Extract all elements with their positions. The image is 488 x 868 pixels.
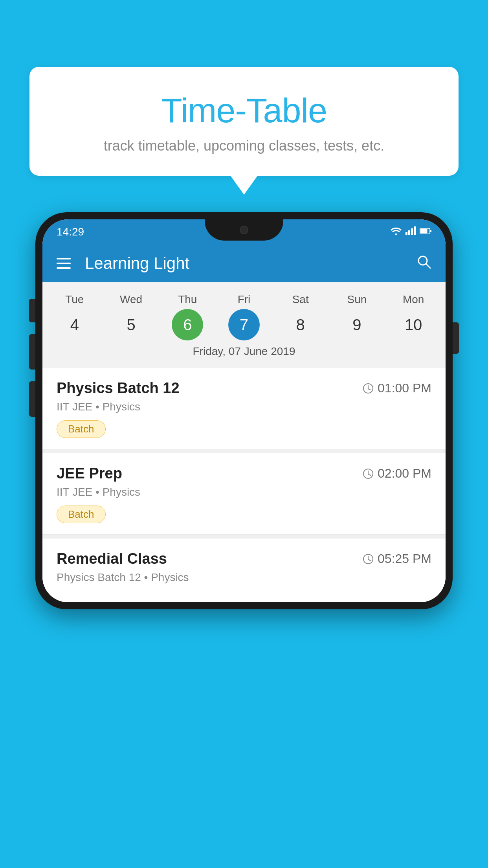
hamburger-icon[interactable] bbox=[57, 256, 71, 271]
day-header-sun: Sun bbox=[329, 290, 385, 309]
status-time: 14:29 bbox=[57, 226, 84, 238]
volume-down-button bbox=[29, 381, 35, 417]
svg-line-14 bbox=[368, 389, 371, 390]
signal-icon bbox=[405, 226, 416, 237]
power-button bbox=[453, 322, 459, 354]
class-details-2: IIT JEE • Physics bbox=[57, 486, 431, 498]
day-headers: Tue Wed Thu Fri Sat Sun Mon bbox=[42, 290, 446, 309]
class-item-remedial[interactable]: Remedial Class 05:25 PM Physics Batch 12… bbox=[42, 539, 446, 602]
class-time-2: 02:00 PM bbox=[363, 466, 431, 481]
class-header-2: JEE Prep 02:00 PM bbox=[57, 465, 431, 482]
svg-rect-9 bbox=[57, 267, 71, 269]
content-area: Physics Batch 12 01:00 PM IIT JEE • Phys… bbox=[42, 368, 446, 602]
divider-1 bbox=[42, 449, 446, 453]
day-4[interactable]: 4 bbox=[59, 309, 90, 340]
speech-bubble-container: Time-Table track timetable, upcoming cla… bbox=[29, 67, 459, 176]
volume-up-button bbox=[29, 334, 35, 370]
batch-tag-2: Batch bbox=[57, 506, 106, 523]
day-header-tue: Tue bbox=[46, 290, 103, 309]
phone-outer: 14:29 bbox=[35, 212, 453, 609]
time-text-3: 05:25 PM bbox=[378, 552, 431, 566]
day-8[interactable]: 8 bbox=[285, 309, 316, 340]
clock-icon-1 bbox=[363, 383, 374, 394]
class-details-3: Physics Batch 12 • Physics bbox=[57, 571, 431, 584]
camera bbox=[240, 226, 248, 234]
class-time-3: 05:25 PM bbox=[363, 552, 431, 566]
class-item-physics-batch-12[interactable]: Physics Batch 12 01:00 PM IIT JEE • Phys… bbox=[42, 368, 446, 449]
day-7-selected[interactable]: 7 bbox=[228, 309, 260, 340]
speech-bubble: Time-Table track timetable, upcoming cla… bbox=[29, 67, 459, 176]
notch bbox=[205, 219, 283, 241]
svg-rect-7 bbox=[57, 258, 71, 259]
svg-line-20 bbox=[368, 559, 371, 561]
day-9[interactable]: 9 bbox=[341, 309, 372, 340]
svg-rect-8 bbox=[57, 263, 71, 264]
status-bar: 14:29 bbox=[42, 219, 446, 245]
bubble-subtitle: track timetable, upcoming classes, tests… bbox=[45, 138, 443, 154]
clock-icon-3 bbox=[363, 554, 374, 565]
svg-rect-3 bbox=[414, 226, 416, 235]
status-icons bbox=[391, 226, 431, 237]
calendar-strip: Tue Wed Thu Fri Sat Sun Mon 4 5 6 7 8 9 … bbox=[42, 282, 446, 368]
batch-tag-1: Batch bbox=[57, 420, 106, 438]
class-header-3: Remedial Class 05:25 PM bbox=[57, 550, 431, 567]
day-6-today[interactable]: 6 bbox=[172, 309, 203, 340]
day-header-fri: Fri bbox=[216, 290, 272, 309]
class-name-2: JEE Prep bbox=[57, 465, 122, 482]
day-header-wed: Wed bbox=[103, 290, 160, 309]
class-time-1: 01:00 PM bbox=[363, 381, 431, 395]
time-text-2: 02:00 PM bbox=[378, 466, 431, 481]
svg-line-17 bbox=[368, 474, 371, 475]
app-toolbar: Learning Light bbox=[42, 245, 446, 282]
svg-line-11 bbox=[426, 264, 430, 268]
class-name-1: Physics Batch 12 bbox=[57, 380, 180, 397]
class-details-1: IIT JEE • Physics bbox=[57, 401, 431, 413]
svg-rect-1 bbox=[408, 230, 410, 235]
svg-rect-2 bbox=[411, 228, 413, 235]
phone-screen: 14:29 bbox=[42, 219, 446, 602]
day-header-thu: Thu bbox=[159, 290, 216, 309]
svg-rect-5 bbox=[420, 229, 427, 234]
class-header: Physics Batch 12 01:00 PM bbox=[57, 380, 431, 397]
day-numbers: 4 5 6 7 8 9 10 bbox=[42, 309, 446, 340]
class-item-jee-prep[interactable]: JEE Prep 02:00 PM IIT JEE • Physics Batc… bbox=[42, 453, 446, 535]
day-header-mon: Mon bbox=[385, 290, 442, 309]
time-text-1: 01:00 PM bbox=[378, 381, 431, 395]
selected-date-label: Friday, 07 June 2019 bbox=[42, 340, 446, 364]
svg-rect-0 bbox=[405, 232, 407, 235]
mute-button bbox=[29, 299, 35, 322]
divider-2 bbox=[42, 535, 446, 539]
day-10[interactable]: 10 bbox=[398, 309, 429, 340]
app-title: Learning Light bbox=[85, 254, 416, 273]
day-header-sat: Sat bbox=[272, 290, 329, 309]
search-button[interactable] bbox=[416, 254, 431, 273]
clock-icon-2 bbox=[363, 468, 374, 479]
bubble-title: Time-Table bbox=[45, 90, 443, 131]
battery-icon bbox=[420, 227, 431, 237]
phone-wrapper: 14:29 bbox=[35, 212, 453, 609]
day-5[interactable]: 5 bbox=[116, 309, 147, 340]
wifi-icon bbox=[391, 226, 402, 237]
svg-rect-6 bbox=[430, 230, 431, 232]
class-name-3: Remedial Class bbox=[57, 550, 167, 567]
